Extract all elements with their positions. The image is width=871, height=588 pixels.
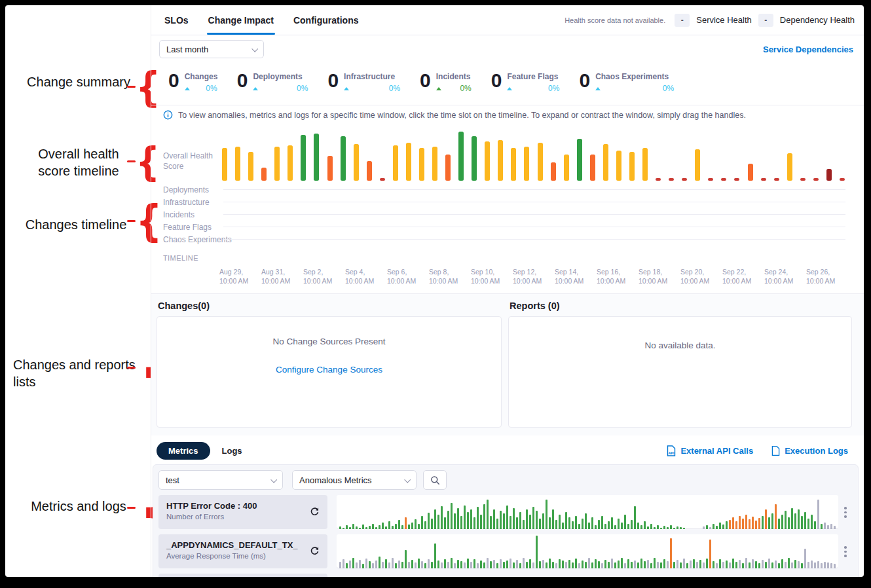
timeline-tick-label: Sep 26, 10:00 AM [806,267,848,285]
health-score-bar[interactable] [787,153,792,181]
health-score-bar[interactable] [616,151,621,181]
health-score-bar[interactable] [287,145,293,181]
health-score-bars[interactable] [222,128,845,181]
health-score-bar[interactable] [813,178,819,181]
time-range-select[interactable]: Last month [159,40,264,58]
sparkline-bar [703,526,705,529]
sparkline-bar [411,523,413,529]
tab-metrics[interactable]: Metrics [157,442,210,460]
health-score-bar[interactable] [498,140,503,181]
health-score-bar[interactable] [511,148,516,181]
sparkline-bar [398,560,400,568]
change-timeline-row: Deployments [151,183,864,196]
health-score-bar[interactable] [590,155,595,181]
health-score-bar[interactable] [406,143,411,181]
tab-configurations[interactable]: Configurations [293,5,359,35]
service-select[interactable]: test [158,470,283,490]
change-row-track[interactable] [223,214,845,215]
metric-title: _APPDYNAMICS_DEFAULT_TX_ [166,540,321,550]
timeline-ticks: Aug 29, 10:00 AMAug 31, 10:00 AMSep 2, 1… [219,267,848,285]
change-row-track[interactable] [223,202,845,202]
service-dependencies-link[interactable]: Service Dependencies [763,45,853,54]
sparkline-bar [388,521,390,529]
health-score-bar[interactable] [261,168,267,181]
health-score-bar[interactable] [301,135,306,181]
metric-card-appdynamics[interactable]: _APPDYNAMICS_DEFAULT_TX_ Average Respons… [158,534,327,568]
sparkline-bar [483,562,485,568]
tab-logs[interactable]: Logs [222,446,242,456]
health-score-bar[interactable] [656,178,661,181]
metric-sparkline-http-error [337,495,838,529]
sparkline-bar [781,559,783,568]
sparkline-bar [791,508,793,529]
sparkline-bar [663,559,665,568]
health-score-bar[interactable] [800,178,806,181]
summary-label: Deployments [253,71,308,81]
health-score-bar[interactable] [748,164,753,181]
health-score-bar[interactable] [327,156,333,181]
configure-change-sources-link[interactable]: Configure Change Sources [276,365,382,375]
svg-text:API: API [669,451,675,455]
metric-card-http-error[interactable]: HTTP Error Code : 400 Number of Errors [158,495,327,529]
health-score-bar[interactable] [472,136,477,181]
health-score-bar[interactable] [393,145,398,181]
sparkline-bar [539,561,541,568]
health-score-bar[interactable] [341,136,346,181]
kebab-menu-icon[interactable] [838,495,853,529]
summary-item-incidents: 0 Incidents 0% [420,71,472,105]
health-score-bar[interactable] [551,162,556,181]
health-score-bar[interactable] [367,161,372,181]
health-score-bar[interactable] [564,155,569,181]
refresh-icon[interactable] [310,546,320,559]
health-score-bar[interactable] [314,134,319,181]
health-score-bar[interactable] [708,178,713,181]
timeline-tick-label: Sep 18, 10:00 AM [639,267,680,285]
metric-card-partial[interactable] [158,574,327,577]
health-score-bar[interactable] [642,148,648,181]
sparkline-bar [444,517,446,529]
health-score-bar[interactable] [524,147,529,181]
health-score-bar[interactable] [458,132,464,181]
health-score-bar[interactable] [485,141,490,181]
refresh-icon[interactable] [310,507,320,519]
health-score-bar[interactable] [432,147,437,181]
search-button[interactable] [423,470,447,490]
health-score-bar[interactable] [445,155,451,181]
health-score-bar[interactable] [222,148,227,181]
change-row-track[interactable] [223,239,845,240]
health-score-bar[interactable] [274,147,280,181]
chevron-down-icon [404,477,411,483]
sparkline-bar [585,562,587,568]
health-score-bar[interactable] [419,148,424,181]
health-score-bar[interactable] [629,152,635,181]
sparkline-bar [591,517,593,529]
health-score-bar[interactable] [774,178,779,181]
sparkline-bar [670,525,672,529]
metric-filter-select[interactable]: Anomalous Metrics [292,470,417,490]
health-score-bar[interactable] [235,147,240,181]
health-score-bar[interactable] [354,144,359,181]
health-score-bar[interactable] [538,143,543,181]
annotation-connector [127,160,136,162]
health-score-bar[interactable] [380,178,385,181]
health-score-bar[interactable] [695,149,700,181]
execution-logs-link[interactable]: Execution Logs [771,445,848,456]
health-score-bar[interactable] [248,152,253,181]
change-row-track[interactable] [223,189,845,190]
sparkline-bar [673,528,675,529]
tab-slos[interactable]: SLOs [164,5,189,35]
external-api-calls-link[interactable]: API External API Calls [667,445,753,456]
kebab-menu-icon[interactable] [838,534,853,568]
summary-label: Infrastructure [344,71,400,81]
change-row-track[interactable] [223,227,845,227]
health-score-bar[interactable] [721,178,726,181]
health-score-bar[interactable] [761,178,766,181]
health-score-bar[interactable] [826,169,832,181]
health-score-bar[interactable] [682,178,687,181]
health-score-bar[interactable] [669,178,674,181]
health-score-bar[interactable] [603,144,608,181]
tab-change-impact[interactable]: Change Impact [208,5,274,35]
health-score-bar[interactable] [734,178,739,181]
health-score-bar[interactable] [840,178,845,181]
health-score-bar[interactable] [577,139,582,181]
